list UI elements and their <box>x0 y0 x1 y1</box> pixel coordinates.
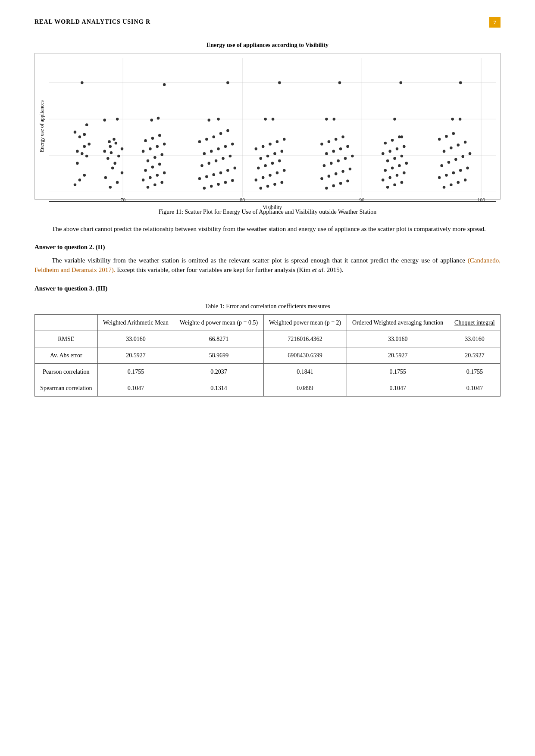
svg-point-34 <box>111 166 114 169</box>
svg-point-134 <box>330 162 333 165</box>
row-label: Av. Abs error <box>35 347 98 364</box>
svg-point-162 <box>400 154 404 157</box>
svg-point-129 <box>328 175 331 178</box>
svg-point-61 <box>149 147 152 150</box>
svg-point-25 <box>78 135 81 138</box>
data-table: Weighted Arithmetic Mean Weighte d power… <box>34 314 501 397</box>
svg-point-102 <box>281 181 284 184</box>
svg-point-56 <box>158 162 161 166</box>
svg-point-179 <box>452 171 455 174</box>
cell-3-3: 0.1047 <box>347 380 449 397</box>
svg-point-184 <box>454 158 457 161</box>
svg-point-143 <box>328 140 331 143</box>
svg-point-45 <box>103 119 106 122</box>
table-row: RMSE33.016066.82717216016.436233.016033.… <box>35 331 501 347</box>
svg-point-21 <box>81 152 84 155</box>
svg-point-46 <box>116 118 119 121</box>
svg-point-139 <box>332 150 335 153</box>
svg-point-100 <box>266 184 269 187</box>
svg-point-96 <box>208 119 211 122</box>
col-header-5: Choquet integral <box>449 315 500 331</box>
svg-point-39 <box>103 150 106 153</box>
svg-point-52 <box>156 174 159 177</box>
svg-point-22 <box>76 150 79 153</box>
svg-point-131 <box>341 170 344 173</box>
svg-point-40 <box>121 147 124 150</box>
svg-point-156 <box>384 169 387 172</box>
scatter-svg: 50 100 150 200 70 80 <box>49 58 496 202</box>
answer2-heading: Answer to question 2. (II) <box>34 242 501 252</box>
cell-2-0: 0.1755 <box>97 364 174 380</box>
svg-point-101 <box>273 183 276 186</box>
svg-point-50 <box>142 178 145 181</box>
svg-point-138 <box>325 152 328 155</box>
svg-point-172 <box>399 81 402 84</box>
answer3-heading: Answer to question 3. (III) <box>34 284 501 294</box>
svg-point-99 <box>259 187 262 190</box>
svg-point-124 <box>325 187 328 190</box>
svg-point-116 <box>255 147 258 150</box>
chart-title: Energy use of appliances according to Vi… <box>34 41 501 50</box>
svg-point-91 <box>198 140 201 143</box>
svg-point-31 <box>116 181 119 184</box>
svg-point-153 <box>388 176 391 179</box>
cell-0-4: 33.0160 <box>449 331 500 347</box>
svg-point-109 <box>264 164 267 167</box>
svg-point-149 <box>386 185 389 188</box>
svg-point-73 <box>224 181 227 184</box>
svg-point-183 <box>447 161 451 164</box>
answer2-paragraph: The variable visibility from the weather… <box>34 256 501 275</box>
svg-point-95 <box>226 129 229 132</box>
x-axis-label: Visibility <box>49 203 496 211</box>
svg-point-133 <box>323 164 326 167</box>
svg-point-174 <box>450 183 453 186</box>
svg-point-196 <box>459 81 462 84</box>
svg-point-87 <box>210 150 213 153</box>
svg-point-47 <box>147 185 150 188</box>
svg-point-159 <box>405 162 408 165</box>
cell-0-3: 33.0160 <box>347 331 449 347</box>
svg-point-36 <box>106 157 110 160</box>
svg-point-103 <box>255 178 258 181</box>
svg-point-148 <box>338 81 341 84</box>
y-axis-label: Energy use of appliances <box>35 58 49 195</box>
svg-point-185 <box>461 155 464 158</box>
svg-point-189 <box>457 144 460 147</box>
table-row: Spearman correlation0.10470.13140.08990.… <box>35 380 501 397</box>
svg-point-155 <box>403 171 406 174</box>
cell-3-2: 0.0899 <box>263 380 347 397</box>
cell-0-2: 7216016.4362 <box>263 331 347 347</box>
svg-point-105 <box>269 174 272 177</box>
svg-point-65 <box>151 137 154 140</box>
svg-point-93 <box>212 135 215 138</box>
svg-point-120 <box>283 137 286 141</box>
svg-point-48 <box>153 183 156 186</box>
cell-2-3: 0.1755 <box>347 364 449 380</box>
svg-point-98 <box>226 81 229 84</box>
svg-point-29 <box>81 81 84 84</box>
svg-point-76 <box>205 175 208 178</box>
svg-point-75 <box>198 177 201 180</box>
svg-point-89 <box>224 145 227 148</box>
svg-point-171 <box>400 135 404 138</box>
svg-point-80 <box>233 166 236 169</box>
svg-point-51 <box>149 176 152 179</box>
cell-2-1: 0.2037 <box>174 364 263 380</box>
svg-point-35 <box>113 162 116 165</box>
cell-1-2: 6908430.6599 <box>263 347 347 364</box>
svg-point-17 <box>78 178 81 181</box>
svg-point-178 <box>445 174 448 177</box>
svg-point-192 <box>445 135 448 138</box>
svg-point-186 <box>469 152 472 155</box>
col-header-2: Weighte d power mean (p = 0.5) <box>174 315 263 331</box>
table-row: Av. Abs error20.592758.96996908430.65992… <box>35 347 501 364</box>
svg-point-88 <box>217 147 220 150</box>
page-header: REAL WORLD ANALYTICS USING R 7 <box>34 17 501 28</box>
svg-point-66 <box>158 134 161 137</box>
svg-point-152 <box>382 178 385 181</box>
cell-1-3: 20.5927 <box>347 347 449 364</box>
svg-point-147 <box>325 118 328 121</box>
svg-point-136 <box>344 157 347 160</box>
svg-point-71 <box>210 184 213 187</box>
chart-plot-area: 50 100 150 200 70 80 <box>49 58 496 202</box>
